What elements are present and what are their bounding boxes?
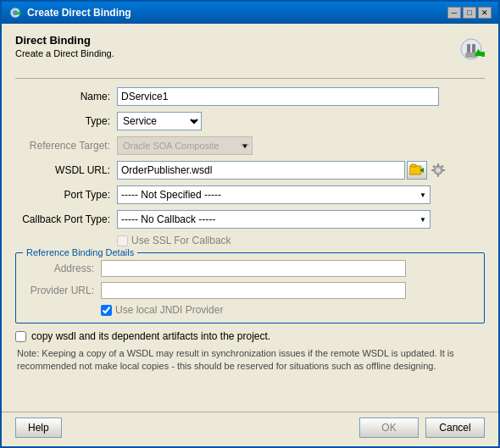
footer: Help OK Cancel — [2, 412, 498, 446]
title-controls: ─ □ ✕ — [447, 7, 492, 19]
copy-wsdl-checkbox[interactable] — [15, 331, 26, 342]
type-label: Type: — [15, 115, 117, 127]
callback-port-select[interactable]: ----- No Callback ----- — [117, 210, 431, 229]
callback-port-select-wrapper: ----- No Callback ----- — [117, 210, 431, 229]
ref-target-row: Reference Target: Oracle SOA Composite — [15, 136, 485, 155]
content-area: Direct Binding Create a Direct Binding. — [2, 24, 498, 412]
provider-url-row: Provider URL: — [25, 282, 475, 299]
callback-port-label: Callback Port Type: — [15, 213, 117, 225]
svg-rect-18 — [442, 169, 445, 171]
close-button[interactable]: ✕ — [478, 7, 492, 19]
type-select-wrapper: Service — [117, 112, 202, 130]
port-type-row: Port Type: ----- Not Specified ----- — [15, 185, 485, 204]
window-title: Create Direct Binding — [27, 7, 442, 19]
svg-point-14 — [436, 169, 441, 173]
callback-port-row: Callback Port Type: ----- No Callback --… — [15, 210, 485, 229]
section-subtitle: Create a Direct Binding. — [15, 48, 114, 58]
minimize-button[interactable]: ─ — [447, 7, 461, 19]
use-ssl-row: Use SSL For Callback — [15, 235, 485, 246]
section-header-text: Direct Binding Create a Direct Binding. — [15, 34, 114, 65]
copy-wsdl-label: copy wsdl and its dependent artifacts in… — [31, 330, 270, 342]
window-icon — [8, 6, 22, 19]
gear-icon — [431, 163, 446, 178]
svg-rect-17 — [431, 169, 434, 171]
maximize-button[interactable]: □ — [463, 7, 476, 19]
form-area: Name: Type: Service Reference Target: Or… — [15, 87, 485, 401]
type-row: Type: Service — [15, 112, 485, 130]
ref-binding-section: Reference Binding Details Address: Provi… — [15, 252, 485, 324]
use-ssl-checkbox[interactable] — [117, 235, 128, 246]
address-label: Address: — [25, 263, 101, 274]
name-label: Name: — [15, 91, 117, 102]
port-type-label: Port Type: — [15, 189, 117, 201]
copy-wsdl-row: copy wsdl and its dependent artifacts in… — [15, 330, 485, 342]
gear-button[interactable] — [429, 161, 447, 180]
type-select[interactable]: Service — [117, 112, 202, 130]
use-jndi-row: Use local JNDI Provider — [25, 304, 475, 316]
wsdl-label: WSDL URL: — [15, 164, 117, 176]
use-ssl-label: Use SSL For Callback — [131, 235, 231, 246]
header-icon — [444, 34, 485, 75]
use-jndi-label: Use local JNDI Provider — [115, 304, 223, 316]
address-input[interactable] — [101, 260, 406, 277]
section-title: Direct Binding — [15, 34, 114, 47]
wsdl-input-group — [117, 161, 447, 180]
ref-target-label: Reference Target: — [15, 140, 117, 152]
svg-rect-11 — [411, 164, 416, 167]
header-divider — [15, 78, 485, 79]
help-button[interactable]: Help — [15, 418, 62, 438]
ref-target-select-wrapper: Oracle SOA Composite — [117, 136, 253, 155]
name-row: Name: — [15, 87, 485, 106]
svg-rect-15 — [437, 163, 439, 166]
address-row: Address: — [25, 260, 475, 277]
use-jndi-checkbox[interactable] — [101, 305, 112, 316]
ref-target-select: Oracle SOA Composite — [117, 136, 253, 155]
browse-button[interactable] — [407, 161, 427, 180]
cancel-button[interactable]: Cancel — [425, 418, 485, 438]
title-bar: Create Direct Binding ─ □ ✕ — [2, 2, 498, 24]
folder-icon — [409, 163, 425, 177]
ok-button[interactable]: OK — [359, 418, 419, 438]
wsdl-input[interactable] — [117, 161, 405, 180]
provider-url-label: Provider URL: — [25, 285, 101, 296]
main-window: Create Direct Binding ─ □ ✕ Direct Bindi… — [0, 0, 500, 448]
name-input[interactable] — [117, 87, 439, 106]
note-text: Note: Keeping a copy of a WSDL may resul… — [15, 347, 485, 373]
wsdl-row: WSDL URL: — [15, 161, 485, 180]
provider-url-input[interactable] — [101, 282, 406, 299]
svg-rect-16 — [437, 174, 439, 177]
section-header-row: Direct Binding Create a Direct Binding. — [15, 34, 485, 75]
ref-binding-title: Reference Binding Details — [23, 247, 137, 257]
port-type-select[interactable]: ----- Not Specified ----- — [117, 185, 431, 204]
port-type-select-wrapper: ----- Not Specified ----- — [117, 185, 431, 204]
